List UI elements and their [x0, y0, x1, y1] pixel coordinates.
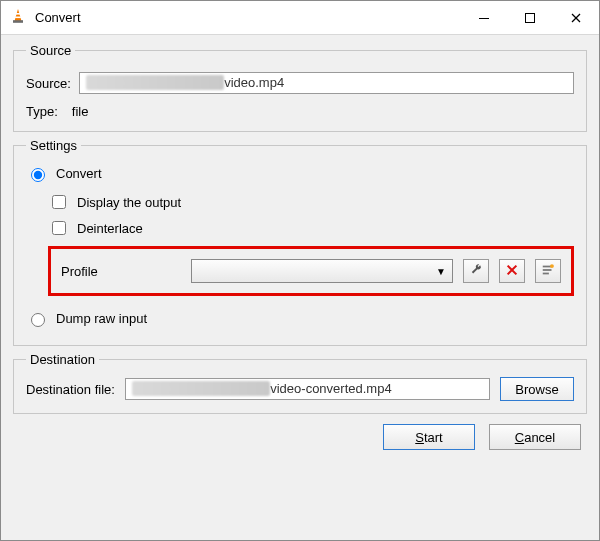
maximize-button[interactable] [507, 1, 553, 35]
dump-radio[interactable]: Dump raw input [26, 310, 574, 327]
destination-filename: video-converted.mp4 [270, 381, 391, 396]
svg-marker-0 [15, 9, 22, 21]
type-label: Type: [26, 104, 58, 119]
svg-rect-11 [543, 269, 552, 271]
settings-legend: Settings [26, 138, 81, 153]
source-label: Source: [26, 76, 71, 91]
edit-profile-button[interactable] [463, 259, 489, 283]
new-profile-button[interactable] [535, 259, 561, 283]
settings-group: Settings Convert Display the output Dein… [13, 138, 587, 346]
profile-combobox[interactable]: ▼ [191, 259, 453, 283]
close-button[interactable] [553, 1, 599, 35]
chevron-down-icon: ▼ [436, 266, 446, 277]
x-icon [505, 263, 519, 280]
deinterlace-checkbox-input[interactable] [52, 221, 66, 235]
type-value: file [72, 104, 89, 119]
display-output-checkbox-input[interactable] [52, 195, 66, 209]
svg-rect-12 [543, 272, 549, 274]
display-output-label: Display the output [77, 195, 181, 210]
destination-group: Destination Destination file: C:\Users\x… [13, 352, 587, 414]
client-area: Source Source: C:\Users\xxxxxx\Music\vid… [1, 35, 599, 540]
deinterlace-label: Deinterlace [77, 221, 143, 236]
browse-button[interactable]: Browse [500, 377, 574, 401]
titlebar: Convert [1, 1, 599, 35]
source-group: Source Source: C:\Users\xxxxxx\Music\vid… [13, 43, 587, 132]
destination-path-obscured: C:\Users\xxxxxx\Music\ [132, 381, 270, 396]
deinterlace-check[interactable]: Deinterlace [48, 218, 574, 238]
dump-radio-label: Dump raw input [56, 311, 147, 326]
window-title: Convert [35, 10, 81, 25]
source-legend: Source [26, 43, 75, 58]
dialog-actions: Start Cancel [13, 420, 587, 456]
dump-radio-input[interactable] [31, 313, 45, 327]
svg-rect-2 [15, 17, 21, 19]
destination-label: Destination file: [26, 382, 115, 397]
start-button[interactable]: Start [383, 424, 475, 450]
wrench-icon [469, 263, 483, 280]
minimize-button[interactable] [461, 1, 507, 35]
convert-radio[interactable]: Convert [26, 165, 574, 182]
svg-rect-1 [16, 13, 20, 15]
svg-rect-3 [13, 20, 23, 23]
convert-radio-input[interactable] [31, 168, 45, 182]
profile-label: Profile [61, 264, 181, 279]
start-button-label: Start [415, 430, 442, 445]
delete-profile-button[interactable] [499, 259, 525, 283]
convert-options: Display the output Deinterlace Profile ▼ [26, 192, 574, 296]
browse-button-label: Browse [515, 382, 558, 397]
vlc-cone-icon [9, 7, 27, 28]
cancel-button[interactable]: Cancel [489, 424, 581, 450]
convert-dialog: Convert Source Source: C:\Users\xxxxxx\M… [0, 0, 600, 541]
destination-field[interactable]: C:\Users\xxxxxx\Music\video-converted.mp… [125, 378, 490, 400]
list-new-icon [541, 263, 555, 280]
svg-rect-5 [526, 13, 535, 22]
display-output-check[interactable]: Display the output [48, 192, 574, 212]
source-path-obscured: C:\Users\xxxxxx\Music\ [86, 75, 224, 90]
svg-rect-4 [479, 18, 489, 19]
svg-point-13 [550, 264, 554, 268]
convert-radio-label: Convert [56, 166, 102, 181]
cancel-button-label: Cancel [515, 430, 555, 445]
profile-row-highlight: Profile ▼ [48, 246, 574, 296]
source-field[interactable]: C:\Users\xxxxxx\Music\video.mp4 [79, 72, 574, 94]
source-filename: video.mp4 [224, 75, 284, 90]
destination-legend: Destination [26, 352, 99, 367]
